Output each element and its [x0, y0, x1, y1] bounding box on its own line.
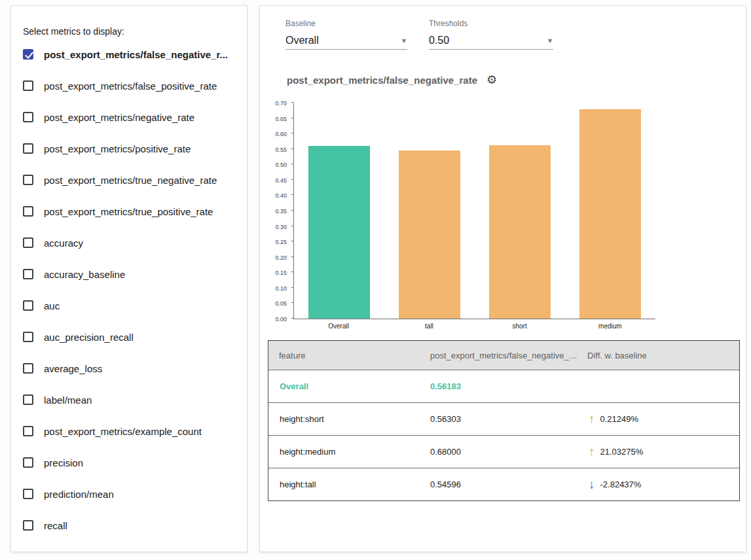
- y-tick-label: 0.60: [275, 131, 287, 137]
- y-tick-mark: [291, 210, 294, 211]
- metric-label: accuracy: [44, 237, 83, 249]
- y-tick-mark: [291, 194, 294, 195]
- y-tick-label: 0.00: [275, 316, 287, 323]
- metric-checkbox-item[interactable]: recall: [11, 510, 247, 541]
- bar-short[interactable]: [489, 145, 551, 319]
- checkbox-unchecked-icon[interactable]: [23, 394, 33, 405]
- table-row: Overall0.56183: [268, 370, 739, 402]
- metric-label: label/mean: [44, 394, 92, 406]
- feature-cell: height:tall: [268, 480, 422, 489]
- metric-checkbox-item[interactable]: post_export_metrics/false_positive_rate: [11, 70, 247, 101]
- y-tick-label: 0.30: [275, 224, 287, 230]
- thresholds-select[interactable]: Thresholds 0.50 ▾: [429, 19, 553, 50]
- table-header-cell: feature: [268, 351, 422, 360]
- diff-cell: ↓-2.82437%: [578, 478, 741, 491]
- metric-checkbox-item[interactable]: post_export_metrics/negative_rate: [11, 101, 247, 133]
- metrics-table: featurepost_export_metrics/false_negativ…: [268, 340, 740, 501]
- metrics-display-panel: Baseline Overall ▾ Thresholds 0.50 ▾ pos…: [259, 5, 746, 552]
- checkbox-unchecked-icon[interactable]: [23, 363, 33, 374]
- y-tick-mark: [291, 256, 294, 257]
- baseline-select-box[interactable]: Overall ▾: [285, 31, 407, 50]
- metric-checkbox-item[interactable]: average_loss: [11, 353, 247, 384]
- baseline-select[interactable]: Baseline Overall ▾: [285, 19, 407, 50]
- metric-label: auc_precision_recall: [44, 332, 134, 343]
- metric-checkbox-item[interactable]: post_export_metrics/example_count: [11, 415, 247, 447]
- checkbox-unchecked-icon[interactable]: [23, 426, 33, 436]
- metric-checkbox-item[interactable]: auc_precision_recall: [11, 321, 247, 353]
- metric-checkbox-item[interactable]: accuracy: [11, 227, 247, 258]
- metric-checkbox-item[interactable]: label/mean: [11, 384, 247, 415]
- table-body: Overall0.56183height:short0.56303↑0.2124…: [268, 370, 739, 500]
- bar-tall[interactable]: [399, 150, 460, 319]
- metric-label: post_export_metrics/negative_rate: [44, 112, 194, 123]
- y-tick-mark: [291, 226, 294, 226]
- metric-checkbox-item[interactable]: post_export_metrics/positive_rate: [11, 133, 247, 164]
- y-tick-label: 0.20: [275, 254, 287, 261]
- checkbox-unchecked-icon[interactable]: [23, 206, 33, 217]
- checkbox-unchecked-icon[interactable]: [23, 457, 33, 468]
- plot-area: [293, 103, 655, 319]
- diff-cell: ↑0.21249%: [578, 413, 741, 425]
- y-tick-label: 0.25: [275, 239, 287, 245]
- thresholds-label: Thresholds: [429, 19, 553, 28]
- y-tick-label: 0.65: [275, 116, 287, 122]
- y-tick-label: 0.70: [275, 100, 287, 107]
- chart-header: post_export_metrics/false_negative_rate …: [287, 74, 497, 86]
- chevron-down-icon: ▾: [402, 36, 407, 45]
- table-row: height:medium0.68000↑21.03275%: [268, 435, 739, 468]
- metric-label: prediction/mean: [44, 489, 114, 500]
- y-tick-mark: [291, 287, 294, 288]
- bar-slot: [384, 103, 475, 319]
- metric-label: recall: [44, 520, 67, 531]
- feature-cell: height:short: [268, 414, 422, 424]
- y-tick-label: 0.40: [275, 192, 287, 199]
- y-tick-mark: [291, 241, 294, 241]
- x-axis-label: Overall: [293, 323, 384, 330]
- checkbox-unchecked-icon[interactable]: [23, 332, 33, 342]
- arrow-up-icon: ↑: [589, 413, 595, 425]
- checkbox-unchecked-icon[interactable]: [23, 269, 33, 279]
- y-tick-mark: [291, 179, 294, 180]
- metric-label: post_export_metrics/false_positive_rate: [44, 80, 217, 92]
- y-tick-mark: [291, 271, 294, 272]
- y-tick-mark: [291, 133, 294, 133]
- metric-value-cell: 0.68000: [422, 447, 578, 457]
- checkbox-unchecked-icon[interactable]: [23, 237, 33, 248]
- metric-checkbox-item[interactable]: accuracy_baseline: [11, 258, 247, 290]
- baseline-label: Baseline: [285, 19, 407, 28]
- thresholds-select-box[interactable]: 0.50 ▾: [429, 31, 553, 50]
- feature-cell: Overall: [268, 381, 422, 391]
- checkbox-unchecked-icon[interactable]: [23, 143, 33, 154]
- baseline-value: Overall: [285, 35, 319, 46]
- y-axis: 0.000.050.100.150.200.250.300.350.400.45…: [260, 103, 291, 319]
- checkbox-unchecked-icon[interactable]: [23, 175, 33, 185]
- checkbox-unchecked-icon[interactable]: [23, 112, 33, 122]
- y-tick-mark: [291, 149, 294, 149]
- x-axis-label: short: [475, 323, 565, 330]
- bar-medium[interactable]: [579, 109, 641, 319]
- metric-checkbox-item[interactable]: post_export_metrics/true_negative_rate: [11, 164, 247, 196]
- metric-checkbox-item[interactable]: post_export_metrics/true_positive_rate: [11, 196, 247, 227]
- settings-icon[interactable]: ⚙: [486, 74, 497, 86]
- diff-value: 21.03275%: [600, 447, 644, 457]
- metric-checkbox-item[interactable]: auc: [11, 290, 247, 321]
- y-tick-label: 0.05: [275, 300, 287, 307]
- x-axis-label: medium: [565, 323, 655, 330]
- metric-label: accuracy_baseline: [44, 269, 125, 280]
- metric-checkbox-item[interactable]: post_export_metrics/false_negative_r...: [11, 39, 247, 70]
- checkbox-unchecked-icon[interactable]: [23, 520, 33, 531]
- checkbox-unchecked-icon[interactable]: [23, 80, 33, 91]
- bar-slot: [294, 103, 384, 319]
- y-tick-label: 0.35: [275, 208, 287, 215]
- checkbox-checked-icon[interactable]: [23, 49, 33, 60]
- y-tick-mark: [291, 318, 294, 319]
- checkbox-unchecked-icon[interactable]: [23, 489, 33, 499]
- checkbox-unchecked-icon[interactable]: [23, 300, 33, 311]
- metric-checkbox-item[interactable]: prediction/mean: [11, 478, 247, 510]
- thresholds-value: 0.50: [429, 35, 449, 46]
- chevron-down-icon: ▾: [548, 36, 553, 45]
- bars: [294, 103, 655, 319]
- y-tick-label: 0.45: [275, 177, 287, 184]
- bar-Overall[interactable]: [308, 146, 370, 319]
- metric-checkbox-item[interactable]: precision: [11, 447, 247, 478]
